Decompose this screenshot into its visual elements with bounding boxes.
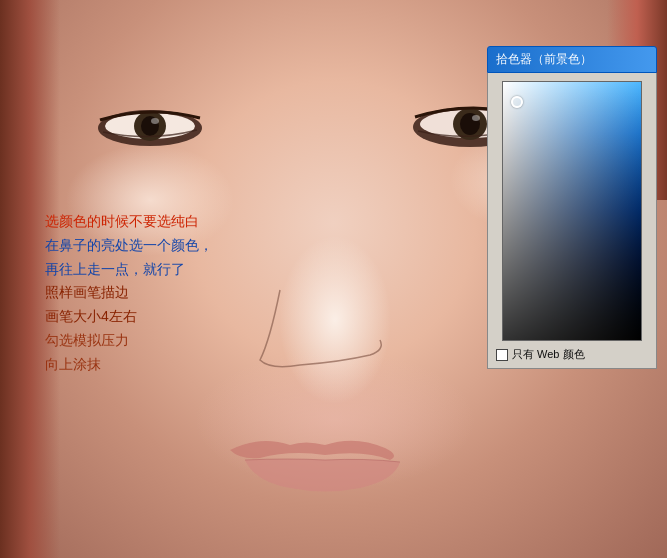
annotation-text: 选颜色的时候不要选纯白 在鼻子的亮处选一个颜色， 再往上走一点，就行了 照样画笔… <box>45 210 213 377</box>
lip-area <box>200 420 450 504</box>
color-picker-footer: 只有 Web 颜色 <box>496 347 648 362</box>
annotation-line-2: 在鼻子的亮处选一个颜色， <box>45 234 213 258</box>
eye-left <box>95 100 205 150</box>
annotation-line-6: 勾选模拟压力 <box>45 329 213 353</box>
nose-curve <box>220 280 420 384</box>
web-color-checkbox[interactable] <box>496 349 508 361</box>
annotation-line-1: 选颜色的时候不要选纯白 <box>45 210 213 234</box>
color-picker-panel: 拾色器（前景色） 只有 Web 颜色 <box>487 46 657 369</box>
annotation-line-3: 再往上走一点，就行了 <box>45 258 213 282</box>
svg-point-4 <box>151 118 159 124</box>
annotation-line-7: 向上涂抹 <box>45 353 213 377</box>
svg-point-9 <box>472 115 480 121</box>
color-picker-cursor[interactable] <box>511 96 523 108</box>
color-picker-titlebar[interactable]: 拾色器（前景色） <box>487 46 657 73</box>
annotation-line-4: 照样画笔描边 <box>45 281 213 305</box>
web-color-label: 只有 Web 颜色 <box>512 347 585 362</box>
color-picker-body: 只有 Web 颜色 <box>487 73 657 369</box>
color-gradient-box[interactable] <box>502 81 642 341</box>
annotation-line-5: 画笔大小4左右 <box>45 305 213 329</box>
